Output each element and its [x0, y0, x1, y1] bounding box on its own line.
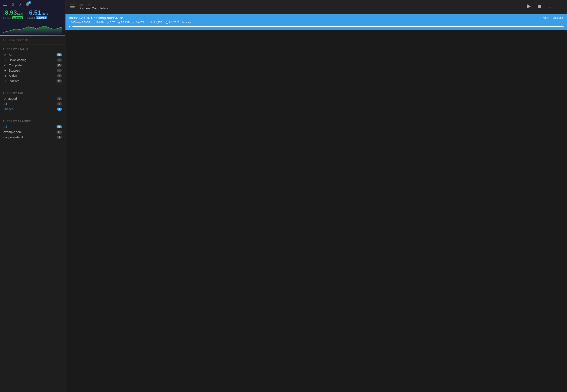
svg-rect-12 [538, 5, 541, 8]
upload-badge: 7.81MB/s [36, 16, 47, 19]
tracker-coppersurfer[interactable]: coppersurfer.tk 1 [3, 135, 62, 140]
svg-rect-10 [70, 8, 75, 8]
search-input[interactable] [8, 38, 62, 42]
torrent-dl-speed: ↓ 0B/s [541, 16, 549, 19]
tracker-coppersurfer-count: 1 [57, 136, 62, 139]
torrent-uploaded: ↑ 184MB [93, 21, 104, 24]
svg-rect-0 [3, 3, 7, 3]
rss-icon[interactable] [19, 2, 22, 7]
svg-rect-8 [70, 5, 75, 5]
all-icon: ✳ [3, 53, 7, 56]
bell-icon[interactable]: 1 [26, 2, 29, 7]
upload-speed-value: 6.51 [29, 9, 41, 16]
tag-all[interactable]: All 3 [3, 101, 62, 107]
progress-bar [72, 26, 564, 27]
filter-complete[interactable]: ✓ Complete 45 [3, 63, 62, 68]
tag-images-label: Images [3, 107, 55, 111]
download-sub: 5.14GB 122MB/s [3, 16, 23, 19]
tracker-example-label: example.com [3, 130, 55, 134]
upload-speed-unit: MB/s [41, 12, 48, 15]
filter-downloading[interactable]: ↓ Downloading 0 [3, 57, 62, 63]
filter-active-label: Active [9, 74, 55, 77]
toolbar-actions: + − [526, 3, 564, 11]
progress-bar-container: ▶ [69, 25, 564, 28]
search-box [3, 38, 62, 42]
torrent-size: 2.59GB [82, 21, 91, 24]
complete-icon: ✓ [3, 64, 7, 67]
tracker-all-count: 45 [56, 125, 62, 128]
filter-stopped-count: 0 [57, 69, 62, 72]
sort-chevron-icon: ▾ [107, 7, 108, 9]
download-speed-value: 8.93 [5, 9, 17, 16]
active-icon: ⇅ [3, 74, 7, 77]
downloading-icon: ↓ [3, 58, 7, 62]
stats-header: 1 ↓ 8.93 kB/s 5.14GB 122MB/s ↑ 6.51 [0, 0, 65, 35]
filter-tracker-section: FILTER BY TRACKER All 45 example.com 17 … [0, 117, 65, 141]
torrent-ratio: ⇄ 0.07 [107, 21, 115, 24]
sort-value-text: Percent Complete [80, 6, 106, 10]
speed-chart [3, 21, 62, 34]
play-button[interactable] [526, 3, 532, 11]
menu-icon[interactable] [3, 3, 7, 7]
speed-row: ↓ 8.93 kB/s 5.14GB 122MB/s ↑ 6.51 MB/s 1… [3, 9, 62, 19]
torrent-percent: ↓ 100% — 2.59GB [69, 21, 90, 24]
svg-line-7 [5, 41, 6, 42]
sidebar: 1 ↓ 8.93 kB/s 5.14GB 122MB/s ↑ 6.51 [0, 0, 66, 392]
upload-total: 1.31TB [27, 17, 35, 19]
tag-untagged-label: Untagged [3, 97, 55, 100]
tracker-example[interactable]: example.com 17 [3, 129, 62, 135]
inactive-icon: ⇃ [3, 79, 7, 83]
torrent-date: 📅 9/2/2020 [165, 21, 180, 24]
hamburger-icon[interactable] [69, 3, 76, 11]
search-icon [3, 39, 6, 42]
play-indicator-icon: ▶ [69, 25, 71, 28]
sort-section: SORT BY Percent Complete ▾ [80, 4, 108, 10]
filter-active-count: 4 [57, 74, 62, 77]
main-panel: SORT BY Percent Complete ▾ + − [66, 0, 567, 392]
tracker-all-label: All [3, 125, 55, 128]
filter-active[interactable]: ⇅ Active 4 [3, 73, 62, 78]
tag-images[interactable]: Images 1 [3, 107, 62, 112]
table-row[interactable]: ubuntu-20.04.1-desktop-amd64.iso ↓ 0B/s … [66, 14, 567, 30]
icon-row: 1 [3, 2, 62, 7]
search-container [0, 36, 65, 45]
torrent-meta: ↓ 100% — 2.59GB ↑ 184MB ⇄ 0.07 ▣ 2.59GB [69, 21, 564, 24]
upload-sub: 1.31TB 7.81MB/s [27, 16, 48, 19]
tag-untagged-count: 2 [57, 97, 62, 100]
filter-all-count: 45 [56, 53, 62, 56]
filter-complete-label: Complete [9, 64, 55, 67]
sort-by-label: SORT BY [80, 4, 108, 6]
filter-inactive-count: 41 [56, 79, 62, 83]
toolbar: SORT BY Percent Complete ▾ + − [66, 0, 567, 14]
filter-all-label: All [9, 53, 55, 56]
upload-speed-block: ↑ 6.51 MB/s 1.31TB 7.81MB/s [27, 9, 48, 19]
add-button[interactable]: + [547, 3, 553, 11]
filter-tracker-title: FILTER BY TRACKER [3, 120, 62, 123]
sort-value-dropdown[interactable]: Percent Complete ▾ [80, 6, 108, 10]
torrent-seeds: ↑↑ 0 of 74 [133, 21, 144, 24]
notification-badge: 1 [28, 1, 31, 4]
tracker-coppersurfer-label: coppersurfer.tk [3, 136, 55, 139]
torrent-name: ubuntu-20.04.1-desktop-amd64.iso [69, 16, 123, 20]
stop-button[interactable] [537, 3, 542, 10]
tag-all-label: All [3, 102, 55, 106]
svg-rect-2 [3, 5, 7, 6]
tag-images-count: 1 [57, 108, 62, 111]
remove-button[interactable]: − [557, 3, 564, 11]
percent-arrow: ↓ [69, 21, 70, 24]
tag-all-count: 3 [57, 102, 62, 105]
filter-status-section: FILTER BY STATUS ✳ All 45 ↓ Downloading … [0, 45, 65, 85]
filter-downloading-label: Downloading [9, 58, 55, 62]
torrent-peers: ↓↓ 0 of 1,956 [147, 21, 162, 24]
torrent-ul-speed: ↑ 28.5kB/s [551, 16, 564, 19]
svg-marker-11 [527, 4, 531, 9]
divider-1 [0, 87, 65, 87]
filter-tag-section: FILTER BY TAG Untagged 2 All 3 Images 1 [0, 89, 65, 113]
tracker-all[interactable]: All 45 [3, 124, 62, 129]
filter-all[interactable]: ✳ All 45 [3, 52, 62, 57]
gear-icon[interactable] [11, 2, 15, 7]
filter-inactive[interactable]: ⇃ Inactive 41 [3, 78, 62, 84]
filter-stopped[interactable]: ■ Stopped 0 [3, 68, 62, 73]
torrent-row-top: ubuntu-20.04.1-desktop-amd64.iso ↓ 0B/s … [69, 16, 564, 20]
tag-untagged[interactable]: Untagged 2 [3, 96, 62, 101]
